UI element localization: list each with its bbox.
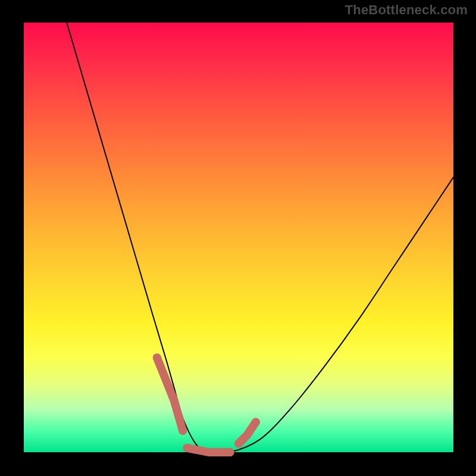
plot-area (24, 23, 453, 452)
svg-point-0 (153, 353, 161, 362)
svg-point-2 (183, 444, 191, 452)
svg-point-1 (178, 427, 187, 435)
chart-frame: TheBottleneck.com (0, 0, 476, 476)
svg-point-4 (234, 440, 243, 448)
bottleneck-curve (67, 23, 453, 453)
svg-point-5 (252, 418, 260, 426)
curve-layer (24, 23, 453, 452)
watermark-text: TheBottleneck.com (345, 2, 468, 18)
svg-point-3 (226, 448, 234, 456)
